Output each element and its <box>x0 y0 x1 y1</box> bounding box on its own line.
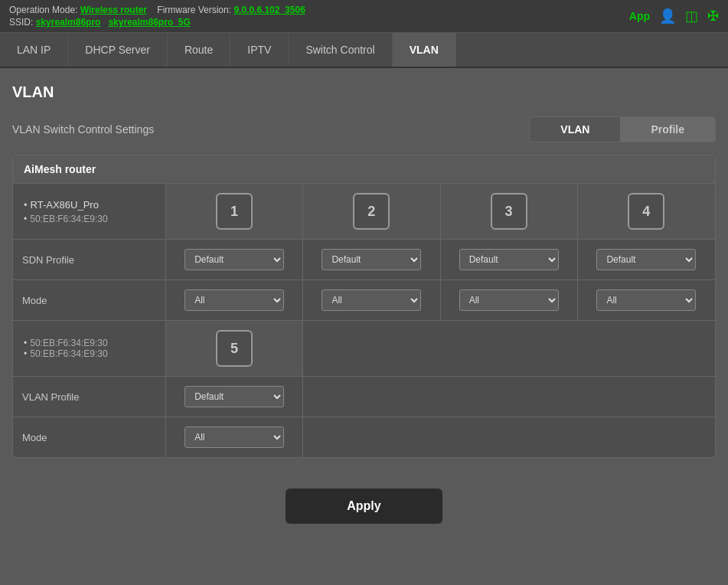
sdn-profile-port1: Default <box>166 240 303 280</box>
port-1-box: 1 <box>216 193 253 230</box>
port-4-box: 4 <box>628 193 664 230</box>
user-icon[interactable]: 👤 <box>659 8 676 25</box>
port-header-row: •RT-AX86U_Pro •50:EB:F6:34:E9:30 1 2 3 4 <box>13 184 715 240</box>
vlan-empty-3 <box>578 377 715 417</box>
table-header: AiMesh router <box>13 155 715 184</box>
ssid2-link[interactable]: skyrealm86pro_5G <box>108 17 190 28</box>
sdn-profile-port3: Default <box>441 240 578 280</box>
vlan-profile-row: VLAN Profile Default <box>13 377 715 417</box>
mode-row: Mode All All All All <box>13 280 715 321</box>
sdn-profile-port2: Default <box>303 240 440 280</box>
tab-iptv[interactable]: IPTV <box>230 33 289 67</box>
mode-select-4[interactable]: All <box>596 289 696 311</box>
mode-select-1[interactable]: All <box>184 289 284 311</box>
vlan-profile-select-5[interactable]: Default <box>184 386 284 407</box>
settings-header: VLAN Switch Control Settings VLAN Profil… <box>12 116 716 142</box>
mode-empty-2 <box>441 417 578 457</box>
sdn-profile-row: SDN Profile Default Default Default Defa… <box>13 240 715 280</box>
ssid1-link[interactable]: skyrealm86pro <box>36 17 101 28</box>
second-device-info: •50:EB:F6:34:E9:30 •50:EB:F6:34:E9:30 <box>13 321 166 377</box>
sdn-profile-select-2[interactable]: Default <box>322 249 421 270</box>
empty-cell-3 <box>578 321 715 377</box>
vlan-empty-2 <box>441 377 578 417</box>
top-bar-icons: App 👤 ◫ ✠ <box>629 8 719 25</box>
apply-button[interactable]: Apply <box>286 489 442 524</box>
settings-label: VLAN Switch Control Settings <box>12 123 154 136</box>
network-icon[interactable]: ✠ <box>707 8 719 25</box>
mode-port2: All <box>303 280 440 321</box>
empty-cell-2 <box>441 321 578 377</box>
mode-port1: All <box>166 280 303 321</box>
port-4-cell: 4 <box>578 184 715 240</box>
app-label[interactable]: App <box>629 10 650 22</box>
firmware-version-link[interactable]: 9.0.0.6.102_3506 <box>233 5 305 15</box>
mode-label: Mode <box>13 280 166 321</box>
sdn-profile-port4: Default <box>578 240 715 280</box>
sdn-profile-label: SDN Profile <box>13 240 166 280</box>
operation-mode-line: Operation Mode: Wireless router Firmware… <box>9 5 305 15</box>
tab-route[interactable]: Route <box>168 33 230 67</box>
second-device-port-row: •50:EB:F6:34:E9:30 •50:EB:F6:34:E9:30 5 <box>13 321 715 377</box>
second-mode-label: Mode <box>13 417 166 457</box>
port-5-box: 5 <box>216 330 253 367</box>
second-mode-row: Mode All <box>13 417 715 457</box>
tab-switch-control[interactable]: Switch Control <box>289 33 392 67</box>
port-3-cell: 3 <box>441 184 578 240</box>
page-title: VLAN <box>12 83 716 101</box>
device-name: •RT-AX86U_Pro <box>24 199 99 211</box>
firmware-label: Firmware Version: <box>157 5 231 15</box>
top-bar: Operation Mode: Wireless router Firmware… <box>0 0 728 33</box>
second-mode-port5: All <box>166 417 303 457</box>
mode-empty-1 <box>303 417 440 457</box>
toggle-vlan-button[interactable]: VLAN <box>530 117 620 142</box>
nav-tabs: LAN IP DHCP Server Route IPTV Switch Con… <box>0 33 728 68</box>
port-5-cell: 5 <box>166 321 303 377</box>
port-1-cell: 1 <box>166 184 303 240</box>
vlan-profile-port5: Default <box>166 377 303 417</box>
table-section: AiMesh router •RT-AX86U_Pro •50:EB:F6:34… <box>12 155 716 458</box>
vlan-profile-label: VLAN Profile <box>13 377 166 417</box>
mode-empty-3 <box>578 417 715 457</box>
tab-dhcp-server[interactable]: DHCP Server <box>68 33 168 67</box>
vlan-empty-1 <box>303 377 440 417</box>
port-2-box: 2 <box>353 193 390 230</box>
ssid-label: SSID: <box>9 17 33 28</box>
port-3-box: 3 <box>491 193 527 230</box>
tab-vlan[interactable]: VLAN <box>393 33 456 67</box>
sdn-profile-select-1[interactable]: Default <box>184 249 284 270</box>
tab-lan-ip[interactable]: LAN IP <box>0 33 68 67</box>
device-mac: •50:EB:F6:34:E9:30 <box>24 214 108 224</box>
empty-cell-1 <box>303 321 440 377</box>
page-content: VLAN VLAN Switch Control Settings VLAN P… <box>0 68 728 554</box>
vlan-profile-toggle: VLAN Profile <box>529 116 716 142</box>
mode-select-2[interactable]: All <box>322 289 421 311</box>
mode-select-3[interactable]: All <box>459 289 559 311</box>
operation-label: Operation Mode: <box>9 5 77 15</box>
top-bar-info: Operation Mode: Wireless router Firmware… <box>9 5 305 28</box>
port-2-cell: 2 <box>303 184 440 240</box>
device-icon[interactable]: ◫ <box>685 8 698 25</box>
ssid-line: SSID: skyrealm86pro skyrealm86pro_5G <box>9 17 305 28</box>
mode-port3: All <box>441 280 578 321</box>
device-info-cell: •RT-AX86U_Pro •50:EB:F6:34:E9:30 <box>13 184 166 240</box>
second-device-mac1: •50:EB:F6:34:E9:30 <box>24 338 108 348</box>
second-mode-select-5[interactable]: All <box>184 426 284 448</box>
sdn-profile-select-3[interactable]: Default <box>459 249 559 270</box>
mode-port4: All <box>578 280 715 321</box>
sdn-profile-select-4[interactable]: Default <box>596 249 696 270</box>
apply-section: Apply <box>12 489 716 524</box>
second-device-mac2: •50:EB:F6:34:E9:30 <box>24 348 108 359</box>
toggle-profile-button[interactable]: Profile <box>620 117 715 142</box>
operation-mode-link[interactable]: Wireless router <box>80 5 147 15</box>
